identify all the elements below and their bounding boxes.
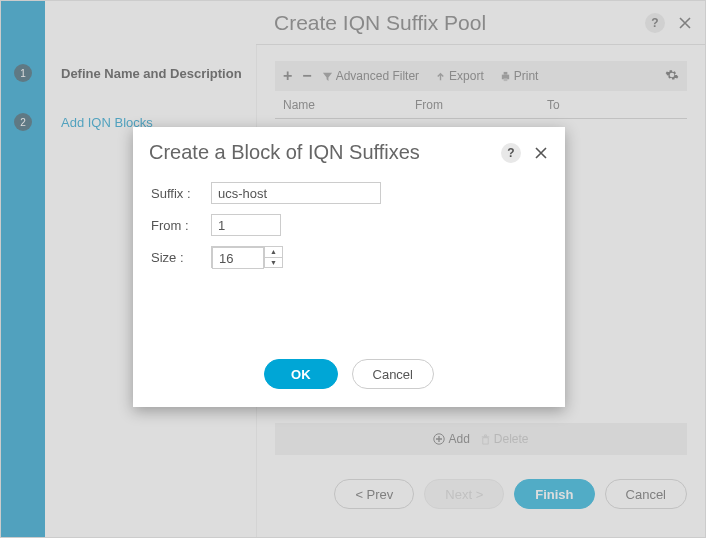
spin-up-icon[interactable]: ▲	[265, 247, 282, 258]
ok-button[interactable]: OK	[264, 359, 338, 389]
create-iqn-block-dialog: Create a Block of IQN Suffixes ? Suffix …	[133, 127, 565, 407]
size-stepper[interactable]: ▲ ▼	[211, 246, 283, 268]
suffix-label: Suffix :	[151, 186, 211, 201]
dialog-header: Create a Block of IQN Suffixes ?	[133, 127, 565, 172]
from-label: From :	[151, 218, 211, 233]
suffix-input[interactable]	[211, 182, 381, 204]
dialog-body: Suffix : From : Size : ▲ ▼	[133, 172, 565, 359]
from-input[interactable]	[211, 214, 281, 236]
dialog-button-row: OK Cancel	[133, 359, 565, 407]
size-label: Size :	[151, 250, 211, 265]
dialog-title: Create a Block of IQN Suffixes	[149, 141, 501, 164]
size-input[interactable]	[212, 247, 264, 269]
dialog-close-icon[interactable]	[533, 145, 549, 161]
spin-down-icon[interactable]: ▼	[265, 258, 282, 268]
wizard-screen: 1 2 Define Name and Description Add IQN …	[0, 0, 706, 538]
dialog-cancel-button[interactable]: Cancel	[352, 359, 434, 389]
dialog-help-icon[interactable]: ?	[501, 143, 521, 163]
